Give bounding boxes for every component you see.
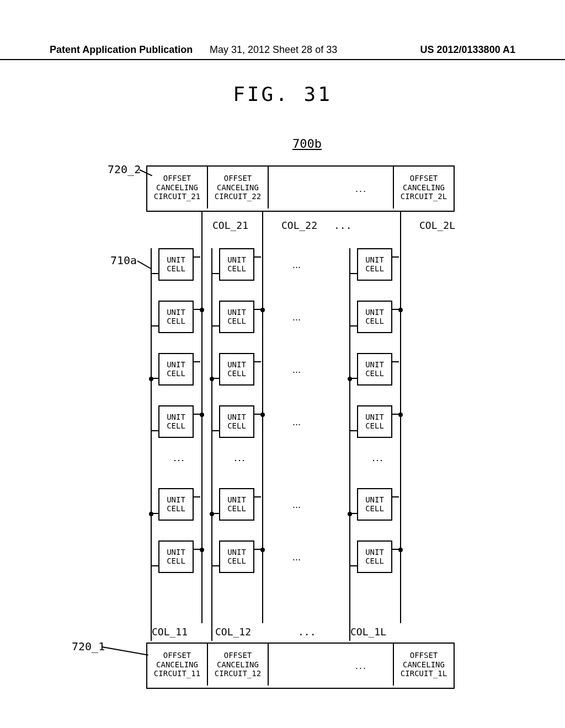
unit-cell: UNITCELL <box>158 353 194 386</box>
col-label-2L: COL_2L <box>419 220 455 231</box>
callout-720-1: 720_1 <box>72 640 105 653</box>
ellipsis-icon: ... <box>292 364 301 376</box>
vertical-ellipsis-icon: ⋮ <box>371 455 385 466</box>
ellipsis-icon: ... <box>292 312 301 323</box>
col-label-12: COL_12 <box>215 626 251 638</box>
unit-cell: UNITCELL <box>357 301 392 333</box>
unit-cell: UNITCELL <box>158 248 194 281</box>
pub-date-sheet: May 31, 2012 Sheet 28 of 33 <box>210 44 337 56</box>
unit-cell: UNITCELL <box>158 488 194 521</box>
vertical-ellipsis-icon: ⋮ <box>173 455 186 466</box>
unit-cell: UNITCELL <box>357 248 392 281</box>
figure-title: FIG. 31 <box>0 83 565 105</box>
ellipsis-icon: ... <box>292 552 301 563</box>
figure-reference-number: 700b <box>292 137 322 151</box>
ellipsis-icon: ... <box>292 259 301 271</box>
unit-cell: UNITCELL <box>158 405 194 438</box>
occ-12: OFFSETCANCELINGCIRCUIT_12 <box>208 644 269 686</box>
unit-cell: UNITCELL <box>219 488 254 521</box>
unit-cell: UNITCELL <box>357 488 392 521</box>
ellipsis-icon: ... <box>292 416 301 428</box>
pub-type: Patent Application Publication <box>50 44 193 55</box>
occ-2L: OFFSETCANCELINGCIRCUIT_2L <box>393 167 454 208</box>
col-label-21: COL_21 <box>212 220 248 231</box>
unit-cell: UNITCELL <box>219 248 254 281</box>
ellipsis-icon: ... <box>298 626 316 638</box>
callout-710a: 710a <box>110 254 137 267</box>
unit-cell: UNITCELL <box>357 353 392 386</box>
unit-cell: UNITCELL <box>219 353 254 386</box>
unit-cell: UNITCELL <box>219 301 254 333</box>
unit-cell: UNITCELL <box>219 540 254 573</box>
unit-cell: UNITCELL <box>158 301 194 333</box>
col-label-11: COL_11 <box>152 626 188 638</box>
occ-11: OFFSETCANCELINGCIRCUIT_11 <box>147 644 208 686</box>
unit-cell: UNITCELL <box>357 540 392 573</box>
offset-canceling-row-top: OFFSETCANCELINGCIRCUIT_21 OFFSETCANCELIN… <box>146 165 455 212</box>
circuit-diagram: OFFSETCANCELINGCIRCUIT_21 OFFSETCANCELIN… <box>146 165 452 689</box>
pub-number: US 2012/0133800 A1 <box>420 44 515 56</box>
callout-720-2: 720_2 <box>108 163 141 176</box>
offset-canceling-row-bottom: OFFSETCANCELINGCIRCUIT_11 OFFSETCANCELIN… <box>146 643 455 689</box>
unit-cell: UNITCELL <box>158 540 194 573</box>
ellipsis-icon: ... <box>334 220 352 231</box>
occ-1L: OFFSETCANCELINGCIRCUIT_1L <box>393 644 454 686</box>
ellipsis-icon: ... <box>292 499 301 511</box>
col-label-22: COL_22 <box>281 220 317 231</box>
occ-22: OFFSETCANCELINGCIRCUIT_22 <box>208 167 269 208</box>
unit-cell: UNITCELL <box>357 405 392 438</box>
unit-cell: UNITCELL <box>219 405 254 438</box>
occ-21: OFFSETCANCELINGCIRCUIT_21 <box>147 167 208 208</box>
vertical-ellipsis-icon: ⋮ <box>233 455 247 466</box>
col-label-1L: COL_1L <box>350 626 386 638</box>
